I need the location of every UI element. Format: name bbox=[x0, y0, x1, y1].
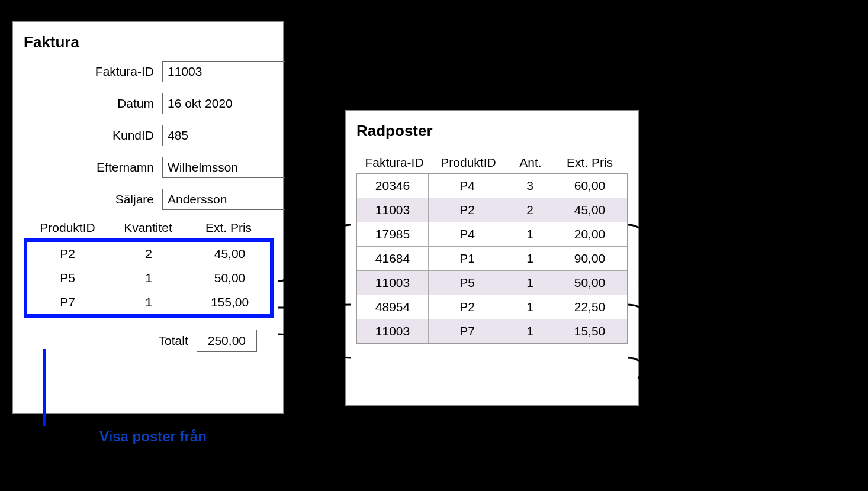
connector-lines bbox=[0, 0, 868, 491]
